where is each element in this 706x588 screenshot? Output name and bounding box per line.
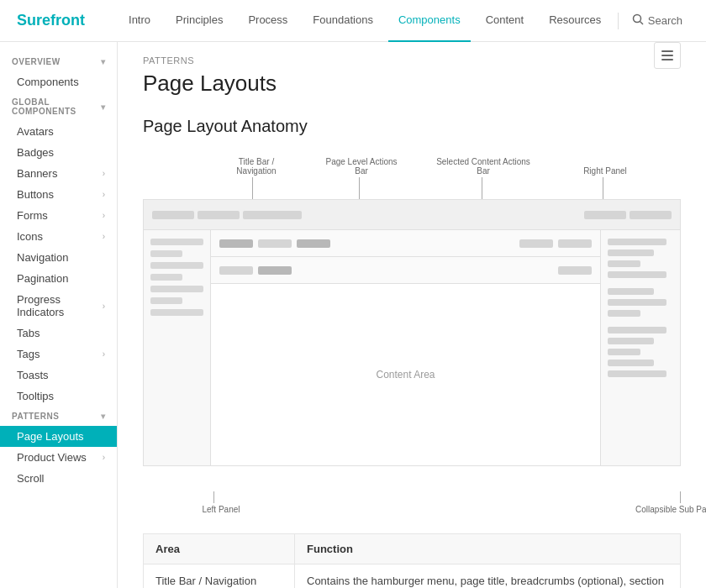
logo: Surefront (17, 12, 85, 29)
global-components-header[interactable]: GLOBAL COMPONENTS ▾ (0, 92, 117, 121)
diagram-bar-item-4 (584, 211, 626, 219)
sidebar-item-product-views[interactable]: Product Views› (0, 447, 117, 468)
sidebar-item-components[interactable]: Components (0, 71, 117, 92)
overview-chevron: ▾ (101, 57, 106, 66)
diagram-center: Content Area (211, 230, 600, 465)
nav-item-process[interactable]: Process (238, 0, 298, 42)
nav-item-components[interactable]: Components (388, 0, 471, 42)
page-title: Page Layouts (143, 71, 681, 97)
section-title: Page Layout Anatomy (143, 117, 681, 136)
menu-icon (661, 50, 673, 60)
sidebar-item-tabs[interactable]: Tabs (0, 323, 117, 344)
search-label: Search (648, 14, 682, 27)
sidebar-item-badges[interactable]: Badges (0, 142, 117, 163)
label-left-panel: Left Panel (192, 505, 250, 514)
diagram-bar-item-2 (198, 211, 240, 219)
sidebar: OVERVIEW ▾ Components GLOBAL COMPONENTS … (0, 42, 118, 588)
anatomy-diagram: Title Bar / Navigation Page Level Action… (143, 153, 681, 525)
label-right-panel: Right Panel (572, 166, 639, 176)
label-page-level: Page Level Actions Bar (319, 157, 403, 176)
buttons-chevron: › (103, 190, 105, 199)
product-views-chevron: › (103, 453, 105, 462)
diagram-bar-item-1 (152, 211, 194, 219)
search-icon (632, 13, 644, 28)
content-menu-button[interactable] (654, 42, 681, 69)
body-wrap: OVERVIEW ▾ Components GLOBAL COMPONENTS … (0, 42, 706, 588)
diagram-bar-item-5 (630, 211, 672, 219)
logo-suffix: front (50, 12, 85, 29)
label-title-bar: Title Bar / Navigation (219, 157, 294, 176)
logo-prefix: Sure (17, 12, 50, 29)
bottom-annotations: Left Panel Collapsible Sub Panel (210, 491, 681, 525)
sidebar-item-navigation[interactable]: Navigation (0, 247, 117, 268)
overview-section-header[interactable]: OVERVIEW ▾ (0, 52, 117, 71)
nav-item-content[interactable]: Content (476, 0, 535, 42)
table-header-function: Function (295, 534, 681, 564)
diagram-actions-bar-1 (211, 230, 600, 257)
table-cell-function-0: Contains the hamburger menu, page title,… (295, 564, 681, 589)
diagram-content-area: Content Area (211, 284, 600, 465)
progress-chevron: › (103, 302, 105, 311)
top-annotations: Title Bar / Navigation Page Level Action… (210, 153, 681, 199)
table-header-area: Area (144, 534, 295, 564)
label-collapsible: Collapsible Sub Panel (630, 505, 706, 514)
table-cell-area-0: Title Bar / Navigation (144, 564, 295, 589)
header: Surefront Intro Principles Process Found… (0, 0, 706, 42)
patterns-chevron: ▾ (101, 412, 106, 421)
content-area-label: Content Area (376, 369, 435, 381)
nav-item-principles[interactable]: Principles (166, 0, 233, 42)
breadcrumb: PATTERNS (143, 55, 681, 66)
ann-line-collapsible (680, 491, 681, 503)
sidebar-item-progress[interactable]: Progress Indicators› (0, 289, 117, 323)
icons-chevron: › (103, 232, 105, 241)
sidebar-item-page-layouts[interactable]: Page Layouts (0, 426, 117, 447)
main-content: PATTERNS Page Layouts Page Layout Anatom… (118, 42, 706, 588)
sidebar-item-scroll[interactable]: Scroll (0, 468, 117, 489)
sidebar-item-forms[interactable]: Forms› (0, 205, 117, 226)
diagram-actions-bar-2 (211, 257, 600, 284)
sidebar-item-avatars[interactable]: Avatars (0, 121, 117, 142)
sidebar-item-toasts[interactable]: Toasts (0, 365, 117, 386)
sidebar-item-tags[interactable]: Tags› (0, 344, 117, 365)
sidebar-item-banners[interactable]: Banners› (0, 163, 117, 184)
diagram-nav-bar (144, 200, 680, 230)
ann-line-title-bar (252, 177, 253, 199)
ann-line-left-panel (213, 491, 214, 503)
nav-item-intro[interactable]: Intro (119, 0, 161, 42)
banners-chevron: › (103, 169, 105, 178)
nav-item-foundations[interactable]: Foundations (303, 0, 383, 42)
main-nav: Intro Principles Process Foundations Com… (119, 0, 618, 42)
diagram-bar-item-3 (243, 211, 302, 219)
diagram-layout: Content Area (144, 230, 680, 465)
sidebar-item-icons[interactable]: Icons› (0, 226, 117, 247)
patterns-section-header[interactable]: PATTERNS ▾ (0, 407, 117, 426)
overview-label: OVERVIEW (12, 57, 61, 66)
patterns-label: PATTERNS (12, 412, 59, 421)
sidebar-item-buttons[interactable]: Buttons› (0, 184, 117, 205)
ann-line-page-level (359, 177, 360, 199)
anatomy-diagram-box: Content Area (143, 199, 681, 466)
ann-line-right-panel (603, 177, 603, 199)
table-row: Title Bar / Navigation Contains the hamb… (144, 564, 681, 589)
header-right: Search (618, 10, 689, 31)
forms-chevron: › (103, 211, 105, 220)
diagram-left-panel (144, 230, 211, 465)
sidebar-item-pagination[interactable]: Pagination (0, 268, 117, 289)
svg-point-0 (633, 15, 640, 23)
tags-chevron: › (103, 349, 105, 359)
label-selected-content: Selected Content Actions Bar (433, 157, 534, 176)
diagram-right-panel (600, 230, 680, 465)
ann-line-selected-content (482, 177, 482, 199)
header-divider (618, 13, 619, 29)
svg-line-1 (640, 22, 643, 25)
search-button[interactable]: Search (625, 10, 689, 31)
global-label: GLOBAL COMPONENTS (12, 97, 101, 116)
nav-item-resources[interactable]: Resources (539, 0, 611, 42)
global-chevron: ▾ (101, 102, 106, 112)
sidebar-item-tooltips[interactable]: Tooltips (0, 386, 117, 407)
info-table: Area Function Title Bar / Navigation Con… (143, 533, 681, 588)
